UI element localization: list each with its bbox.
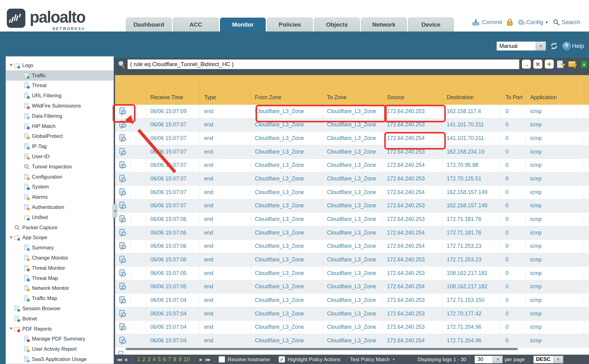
- log-detail-icon[interactable]: [115, 199, 131, 213]
- last-page-button[interactable]: ▶▶: [204, 357, 212, 362]
- log-detail-icon[interactable]: [115, 159, 131, 172]
- log-filter-input[interactable]: [127, 59, 519, 69]
- per-page-select[interactable]: 30 ▼: [475, 356, 503, 363]
- log-detail-icon[interactable]: [115, 253, 131, 266]
- sidebar-collapse-handle[interactable]: ◀: [113, 204, 117, 218]
- apply-filter-icon[interactable]: →: [522, 60, 531, 69]
- sidebar-item-data-filtering[interactable]: Data Filtering: [6, 111, 114, 121]
- sidebar-item-packet-capture[interactable]: Packet Capture: [6, 222, 114, 233]
- page-number-2[interactable]: 2: [142, 356, 145, 363]
- sidebar-item-unified[interactable]: Unified: [6, 212, 114, 222]
- sidebar-item-authentication[interactable]: Authentication: [6, 202, 114, 212]
- first-page-button[interactable]: ◀◀: [115, 357, 123, 362]
- tab-objects[interactable]: Objects: [314, 18, 360, 32]
- sidebar-item-saas-application-usage[interactable]: SaaS Application Usage: [6, 354, 114, 364]
- table-row[interactable]: 06/06 15:07:07endCloudflare_L3_ZoneCloud…: [115, 159, 589, 172]
- config-link[interactable]: Config: [526, 19, 543, 26]
- page-number-10[interactable]: 10: [184, 356, 190, 363]
- export-logs-icon[interactable]: x: [580, 60, 589, 69]
- tab-network[interactable]: Network: [361, 18, 407, 32]
- column-header-type[interactable]: Type: [200, 75, 251, 105]
- refresh-interval-caret[interactable]: ▼: [536, 41, 546, 51]
- search-link[interactable]: Search: [562, 19, 580, 26]
- tab-device[interactable]: Device: [408, 18, 454, 32]
- sidebar-item-change-monitor[interactable]: Change Monitor: [6, 253, 114, 263]
- column-header-to-port[interactable]: To Port: [501, 75, 526, 105]
- sidebar-item-manage-pdf-summary[interactable]: Manage PDF Summary: [6, 334, 114, 344]
- page-number-1[interactable]: 1: [137, 356, 140, 363]
- sidebar-item-url-filtering[interactable]: URL Filtering: [6, 91, 114, 101]
- sidebar-item-app-scope[interactable]: App Scope: [6, 233, 114, 243]
- column-header-from-zone[interactable]: From Zone: [251, 75, 323, 105]
- log-detail-icon[interactable]: [115, 213, 131, 226]
- sidebar-item-session-browser[interactable]: Session Browser: [6, 303, 114, 314]
- sidebar-item-hip-match[interactable]: HIP Match: [6, 121, 114, 131]
- sidebar-item-threat-map[interactable]: Threat Map: [6, 273, 114, 283]
- tab-policies[interactable]: Policies: [267, 18, 313, 32]
- table-row[interactable]: 06/06 15:07:06endCloudflare_L3_ZoneCloud…: [115, 253, 589, 267]
- sidebar-item-configuration[interactable]: Configuration: [6, 172, 114, 182]
- sidebar-item-traffic[interactable]: Traffic: [6, 70, 114, 81]
- column-header-receive-time[interactable]: Receive Time: [146, 75, 200, 105]
- table-row[interactable]: 06/06 15:07:07endCloudflare_L3_ZoneCloud…: [115, 132, 589, 145]
- clear-filter-icon[interactable]: ×: [533, 60, 542, 69]
- tab-dashboard[interactable]: Dashboard: [126, 18, 172, 32]
- tab-acc[interactable]: ACC: [173, 18, 219, 32]
- sidebar-item-user-id[interactable]: User-ID: [6, 151, 114, 162]
- column-header-action[interactable]: A: [584, 75, 589, 105]
- table-row[interactable]: 06/06 15:07:06endCloudflare_L3_ZoneCloud…: [115, 226, 589, 240]
- sidebar-item-network-monitor[interactable]: Network Monitor: [6, 283, 114, 294]
- page-number-6[interactable]: 6: [163, 356, 166, 363]
- log-detail-icon[interactable]: [115, 145, 131, 159]
- sidebar-item-user-activity-report[interactable]: User Activity Report: [6, 344, 114, 354]
- log-detail-icon[interactable]: [115, 294, 131, 307]
- prev-page-button[interactable]: ◀: [123, 357, 129, 362]
- log-detail-icon[interactable]: [115, 132, 131, 145]
- expand-caret-icon[interactable]: [9, 328, 13, 330]
- table-row[interactable]: 06/06 15:07:04endCloudflare_L3_ZoneCloud…: [115, 334, 589, 348]
- table-row[interactable]: 06/06 15:07:07endCloudflare_L3_ZoneCloud…: [115, 186, 589, 199]
- help-icon[interactable]: ?: [563, 42, 571, 50]
- sidebar-item-threat-monitor[interactable]: Threat Monitor: [6, 263, 114, 273]
- commit-link[interactable]: Commit: [482, 19, 502, 26]
- page-number-9[interactable]: 9: [178, 356, 182, 363]
- page-number-3[interactable]: 3: [147, 356, 150, 363]
- table-row[interactable]: 06/06 15:07:06endCloudflare_L3_ZoneCloud…: [115, 240, 589, 253]
- log-detail-icon[interactable]: [115, 240, 131, 253]
- page-number-4[interactable]: 4: [153, 356, 156, 363]
- sidebar-item-botnet[interactable]: Botnet: [6, 314, 114, 324]
- table-row[interactable]: 06/06 15:07:06endCloudflare_L3_ZoneCloud…: [115, 213, 589, 226]
- log-detail-icon[interactable]: [115, 118, 131, 132]
- table-row[interactable]: 06/06 15:07:07endCloudflare_L3_ZoneCloud…: [115, 172, 589, 186]
- horizontal-scrollbar[interactable]: [126, 348, 518, 350]
- sidebar-item-logs[interactable]: Logs: [6, 60, 114, 70]
- resolve-hostname-checkbox[interactable]: [219, 356, 225, 362]
- log-detail-icon[interactable]: [115, 186, 131, 199]
- table-row[interactable]: 06/06 15:07:05endCloudflare_L3_ZoneCloud…: [115, 280, 589, 294]
- column-header-application[interactable]: Application: [526, 75, 584, 105]
- log-detail-icon[interactable]: [115, 321, 131, 334]
- column-header-blank[interactable]: [131, 75, 146, 105]
- next-page-button[interactable]: ▶: [198, 357, 204, 362]
- sidebar-item-pdf-reports[interactable]: PDF Reports: [6, 324, 114, 334]
- column-header-source[interactable]: Source: [383, 75, 442, 105]
- log-detail-icon[interactable]: [115, 226, 131, 239]
- sidebar-item-summary[interactable]: Summary: [6, 243, 114, 253]
- sidebar-item-tunnel-inspection[interactable]: Tunnel Inspection: [6, 162, 114, 172]
- sidebar-item-alarms[interactable]: Alarms: [6, 192, 114, 202]
- table-row[interactable]: 06/06 15:07:09endCloudflare_L3_ZoneCloud…: [115, 105, 589, 118]
- per-page-caret[interactable]: ▼: [493, 356, 503, 363]
- table-row[interactable]: 06/06 15:07:07endCloudflare_L3_ZoneCloud…: [115, 145, 589, 159]
- load-filter-icon[interactable]: [568, 60, 577, 69]
- log-detail-icon[interactable]: [115, 105, 131, 118]
- tab-monitor[interactable]: Monitor: [220, 18, 266, 32]
- log-detail-icon[interactable]: [115, 267, 131, 280]
- expand-caret-icon[interactable]: [9, 236, 13, 239]
- page-number-7[interactable]: 7: [168, 356, 171, 363]
- lock-icon[interactable]: [506, 19, 513, 26]
- config-dropdown-caret[interactable]: ▼: [545, 20, 548, 24]
- highlight-policy-actions-checkbox[interactable]: ✓: [279, 356, 285, 362]
- table-row[interactable]: 06/06 15:07:04endCloudflare_L3_ZoneCloud…: [115, 294, 589, 307]
- sidebar-item-ip-tag[interactable]: IP-Tag: [6, 141, 114, 151]
- test-policy-match-button[interactable]: Test Policy Match: [350, 357, 389, 362]
